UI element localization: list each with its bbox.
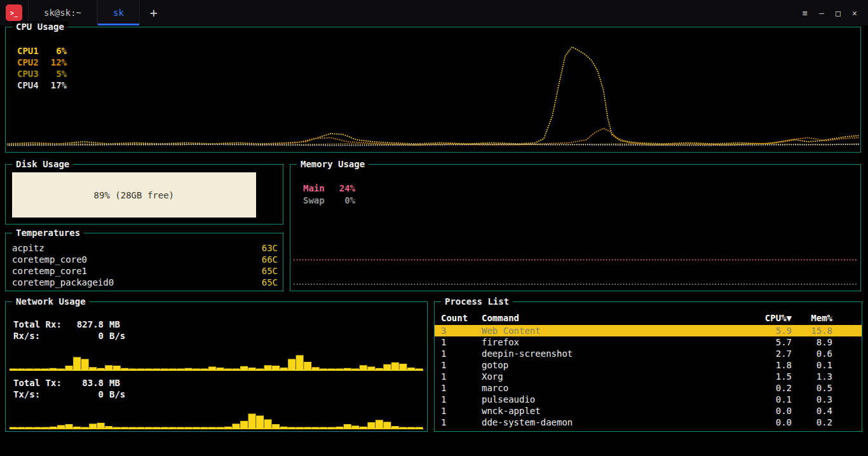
process-mem: 0.4 [792,405,832,417]
cpu-name: CPU4 [17,79,45,91]
temperature-name: coretemp_core1 [12,265,87,277]
rx-rate-value: 0 [71,330,104,342]
process-mem: 0.6 [792,348,832,359]
process-row[interactable]: 1deepin-screenshot2.70.6 [435,348,862,359]
cpu-name: CPU1 [17,45,45,57]
memory-name: Main [303,183,332,195]
process-count: 1 [441,417,482,428]
process-row[interactable]: 1firefox5.78.9 [435,336,862,348]
minimize-button[interactable]: — [813,4,830,21]
cpu-legend-row: CPU35% [17,68,67,79]
tx-rate-label: Tx/s: [13,389,71,400]
process-command: dde-system-daemon [482,417,751,428]
temperature-value: 66C [262,254,278,265]
network-rx-rate: Rx/s:0B/s [13,330,125,342]
cpu-percent: 5% [45,68,67,79]
rx-total-unit: MB [109,319,120,330]
temperatures-panel: Temperatures acpitz63Ccoretemp_core066Cc… [5,233,283,291]
process-command: wnck-applet [482,405,751,417]
disk-gauge: 89% (28GB free) [12,172,256,218]
process-row[interactable]: 1marco0.20.5 [435,382,862,394]
process-header-mem[interactable]: Mem% [792,312,832,324]
memory-row: Main24% [303,183,355,195]
terminal-content: CPU Usage CPU16%CPU212%CPU35%CPU417% Dis… [0,25,868,456]
tx-rate-value: 0 [71,389,104,400]
tx-total-label: Total Tx: [13,377,71,389]
process-count: 1 [441,382,482,394]
memory-percent: 0% [332,195,355,207]
process-count: 1 [441,394,482,405]
network-panel: Network Usage Total Rx:827.8MB Rx/s:0B/s… [5,301,428,432]
process-panel: Process List Count Command CPU%▼ Mem% 3W… [434,301,862,432]
cpu-percent: 17% [45,79,67,91]
maximize-button[interactable]: □ [830,4,846,21]
menu-icon[interactable]: ≡ [797,4,813,21]
rx-rate-unit: B/s [109,330,125,342]
network-tx-total: Total Tx:83.8MB [13,377,125,389]
window-controls: ≡ — □ ✕ [797,0,868,25]
process-mem: 1.3 [792,371,832,382]
memory-panel: Memory Usage Main24%Swap0% [290,164,861,291]
process-cpu: 1.8 [751,359,792,371]
process-row[interactable]: 1Xorg1.51.3 [435,371,862,382]
cpu-percent: 6% [45,45,67,57]
disk-panel: Disk Usage 89% (28GB free) [5,164,283,225]
tx-total-value: 83.8 [71,377,104,389]
process-header-command: Command [482,312,751,324]
temperature-row: acpitz63C [12,242,278,254]
network-panel-title: Network Usage [12,296,90,307]
cpu-chart [7,29,859,151]
disk-panel-title: Disk Usage [12,158,73,170]
network-tx-rate: Tx/s:0B/s [13,389,125,400]
process-row-selected[interactable]: 3Web Content5.915.8 [435,325,862,336]
process-cpu: 0.0 [751,417,792,428]
process-mem: 0.1 [792,359,832,371]
cpu-name: CPU2 [17,57,45,68]
process-row[interactable]: 1wnck-applet0.00.4 [435,405,862,417]
process-cpu: 5.9 [751,325,792,336]
process-cpu: 2.7 [751,348,792,359]
tx-sparkline [10,411,423,429]
tab-sk[interactable]: sk [97,0,140,25]
process-cpu: 1.5 [751,371,792,382]
process-row[interactable]: 1pulseaudio0.10.3 [435,394,862,405]
process-mem: 0.5 [792,382,832,394]
process-header-count: Count [441,312,482,324]
process-mem: 8.9 [792,336,832,348]
process-mem: 0.2 [792,417,832,428]
cpu-percent: 12% [45,57,67,68]
process-panel-title: Process List [441,296,513,307]
temperatures-list: acpitz63Ccoretemp_core066Ccoretemp_core1… [6,233,283,288]
process-command: gotop [482,359,751,371]
terminal-glyph: >_ [10,10,18,17]
tab-sk-label: sk [113,8,124,18]
process-cpu: 0.0 [751,405,792,417]
network-tx-text: Total Tx:83.8MB Tx/s:0B/s [13,377,125,400]
temperature-value: 65C [262,277,278,288]
tx-total-unit: MB [109,377,120,389]
close-button[interactable]: ✕ [846,4,863,21]
process-command: Web Content [482,325,751,336]
process-cpu: 0.1 [751,394,792,405]
process-command: firefox [482,336,751,348]
cpu-legend-row: CPU212% [17,57,67,68]
rx-rate-label: Rx/s: [13,330,71,342]
cpu-legend-row: CPU417% [17,79,67,91]
temperature-row: coretemp_core066C [12,254,278,265]
cpu-panel: CPU Usage CPU16%CPU212%CPU35%CPU417% [5,27,861,153]
process-count: 1 [441,336,482,348]
cpu-legend: CPU16%CPU212%CPU35%CPU417% [17,45,67,91]
process-command: pulseaudio [482,394,751,405]
process-command: Xorg [482,371,751,382]
memory-chart [292,166,859,289]
process-header-cpu[interactable]: CPU%▼ [751,312,792,324]
process-count: 1 [441,405,482,417]
rx-total-label: Total Rx: [13,319,71,330]
rx-total-value: 827.8 [71,319,104,330]
process-row[interactable]: 1dde-system-daemon0.00.2 [435,417,862,428]
disk-gauge-label: 89% (28GB free) [94,190,174,200]
process-row[interactable]: 1gotop1.80.1 [435,359,862,371]
tab-home-label: sk@sk:~ [44,8,81,18]
new-tab-button[interactable]: + [140,0,168,25]
memory-row: Swap0% [303,195,355,207]
